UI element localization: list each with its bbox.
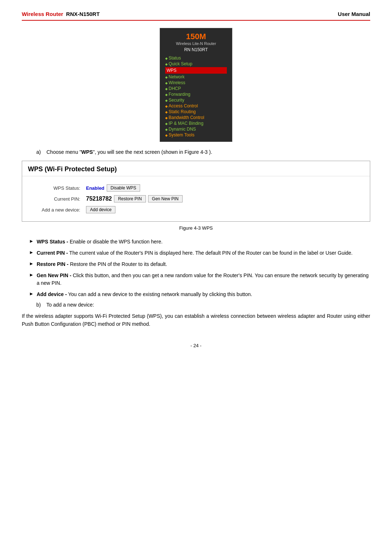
menu-system-tools[interactable]: System Tools bbox=[165, 132, 227, 138]
menu-bandwidth-control[interactable]: Bandwidth Control bbox=[165, 115, 227, 120]
add-device-button[interactable]: Add device bbox=[86, 206, 115, 213]
bullet-term-3: Restore PIN - bbox=[37, 261, 69, 267]
bullet-text-4: Click this button, and then you can get … bbox=[37, 272, 369, 286]
menu-dhcp[interactable]: DHCP bbox=[165, 86, 227, 91]
menu-static-routing[interactable]: Static Routing bbox=[165, 109, 227, 115]
page-number: - 24 - bbox=[22, 343, 370, 348]
bullet-term-2: Current PIN - bbox=[37, 250, 68, 256]
bullet-term-4: Gen New PIN - bbox=[37, 272, 72, 278]
bullet-text-2: The current value of the Router's PIN is… bbox=[69, 250, 353, 256]
menu-wireless[interactable]: Wireless bbox=[165, 80, 227, 86]
wps-setup-box: WPS (Wi-Fi Protected Setup) WPS Status: … bbox=[22, 161, 370, 222]
wps-status-row: WPS Status: Enabled Disable WPS bbox=[28, 184, 364, 192]
disable-wps-button[interactable]: Disable WPS bbox=[107, 184, 140, 192]
header-manual: User Manual bbox=[338, 11, 370, 17]
wps-add-device-label: Add a new device: bbox=[28, 207, 86, 213]
bullet-arrow-1: ► bbox=[29, 238, 34, 244]
wps-add-device-value: Add device bbox=[86, 206, 115, 213]
wps-enabled-text: Enabled bbox=[86, 185, 105, 191]
menu-wps[interactable]: WPS bbox=[165, 67, 227, 74]
header-model: RNX-N150RT bbox=[66, 11, 100, 17]
bullet-arrow-3: ► bbox=[29, 261, 34, 266]
router-title: 150M bbox=[165, 32, 227, 41]
bullet-text-5: You can add a new device to the existing… bbox=[68, 291, 252, 297]
header-wireless-label: Wireless Router bbox=[22, 11, 63, 17]
router-ui-panel: 150M Wireless Lite-N Router RN N150RT St… bbox=[160, 28, 232, 142]
menu-ip-mac-binding[interactable]: IP & MAC Binding bbox=[165, 120, 227, 126]
bullet-term-1: WPS Status - bbox=[37, 239, 68, 245]
wps-status-label: WPS Status: bbox=[28, 185, 86, 191]
header-left: Wireless Router RNX-N150RT bbox=[22, 11, 100, 17]
bullet-wps-status-content: WPS Status - Enable or disable the WPS f… bbox=[37, 238, 163, 246]
menu-access-control[interactable]: Access Control bbox=[165, 103, 227, 109]
wps-add-device-row: Add a new device: Add device bbox=[28, 206, 364, 213]
menu-dynamic-dns[interactable]: Dynamic DNS bbox=[165, 126, 227, 132]
gen-new-pin-button[interactable]: Gen New PIN bbox=[148, 195, 183, 202]
router-subtitle: Wireless Lite-N Router bbox=[165, 41, 227, 46]
bullet-add-device: ► Add device - You can add a new device … bbox=[22, 291, 370, 298]
bullet-restore-pin-content: Restore PIN - Restore the PIN of the Rou… bbox=[37, 260, 167, 268]
bullet-arrow-4: ► bbox=[29, 272, 34, 278]
restore-pin-button[interactable]: Restore PIN bbox=[114, 195, 146, 202]
bullet-current-pin-content: Current PIN - The current value of the R… bbox=[37, 249, 353, 257]
menu-quick-setup[interactable]: Quick Setup bbox=[165, 61, 227, 67]
bullet-arrow-5: ► bbox=[29, 291, 34, 296]
wps-pin-number: 75218782 bbox=[86, 196, 112, 202]
bullet-current-pin: ► Current PIN - The current value of the… bbox=[22, 249, 370, 257]
bullet-wps-status: ► WPS Status - Enable or disable the WPS… bbox=[22, 238, 370, 246]
instruction-a: a) Choose menu "WPS", you will see the n… bbox=[36, 149, 370, 155]
wps-status-value: Enabled Disable WPS bbox=[86, 184, 140, 192]
menu-forwarding[interactable]: Forwarding bbox=[165, 91, 227, 97]
main-paragraph: If the wireless adapter supports Wi-Fi P… bbox=[22, 312, 370, 328]
wps-pin-label: Current PIN: bbox=[28, 196, 86, 202]
bullet-text-3: Restore the PIN of the Router to its def… bbox=[70, 261, 167, 267]
figure-caption: Figure 4-3 WPS bbox=[22, 225, 370, 231]
menu-status[interactable]: Status bbox=[165, 55, 227, 61]
router-image-container: 150M Wireless Lite-N Router RN N150RT St… bbox=[22, 28, 370, 142]
wps-pin-row: Current PIN: 75218782 Restore PIN Gen Ne… bbox=[28, 195, 364, 202]
bullet-restore-pin: ► Restore PIN - Restore the PIN of the R… bbox=[22, 260, 370, 268]
wps-box-body: WPS Status: Enabled Disable WPS Current … bbox=[22, 176, 370, 221]
menu-network[interactable]: Network bbox=[165, 74, 227, 80]
bullet-gen-new-pin: ► Gen New PIN - Click this button, and t… bbox=[22, 272, 370, 287]
bullet-gen-new-pin-content: Gen New PIN - Click this button, and the… bbox=[37, 272, 370, 287]
bullet-add-device-content: Add device - You can add a new device to… bbox=[37, 291, 252, 298]
bullet-text-1: Enable or disable the WPS function here. bbox=[70, 239, 163, 245]
wps-box-title: WPS (Wi-Fi Protected Setup) bbox=[22, 161, 370, 176]
instruction-b: b) To add a new device: bbox=[36, 302, 370, 308]
menu-security[interactable]: Security bbox=[165, 97, 227, 103]
bullet-term-5: Add device - bbox=[37, 291, 67, 297]
bullet-arrow-2: ► bbox=[29, 250, 34, 255]
router-model: RN N150RT bbox=[165, 47, 227, 52]
wps-pin-value-group: 75218782 Restore PIN Gen New PIN bbox=[86, 195, 183, 202]
page-header: Wireless Router RNX-N150RT User Manual bbox=[22, 11, 370, 21]
